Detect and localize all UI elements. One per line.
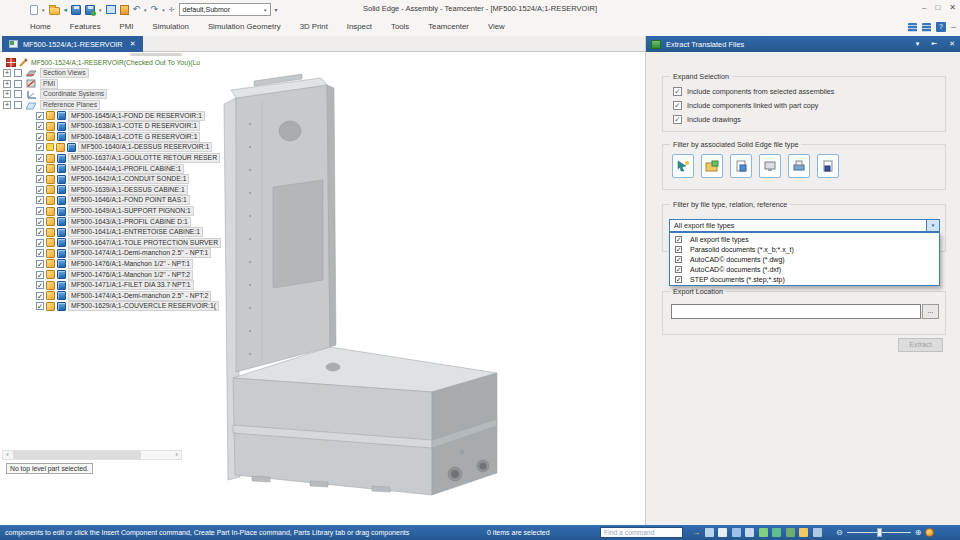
tree-part-row[interactable]: MF500-1637/A;1-GOULOTTE RETOUR RESER xyxy=(0,153,236,164)
close-button[interactable]: ✕ xyxy=(949,0,956,15)
parts-library-icon[interactable] xyxy=(799,528,808,537)
filetype-assembly-button[interactable] xyxy=(701,154,723,178)
filetype-part-button[interactable] xyxy=(730,154,752,178)
part-visibility-checkbox[interactable] xyxy=(36,196,44,204)
tree-part-label[interactable]: MF500-1647/A;1-TOLE PROTECTION SURVER xyxy=(68,238,221,248)
tree-part-label[interactable]: MF500-1629/A;1-COUVERCLE RESERVOIR:1( xyxy=(68,301,219,311)
minimize-button[interactable]: – xyxy=(922,0,926,15)
tree-part-row[interactable]: MF500-1476/A;1-Manchon 1/2" - NPT:2 xyxy=(0,269,236,280)
tree-part-label[interactable]: MF500-1648/A;1-COTE G RESERVOIR:1 xyxy=(68,132,200,142)
tree-group-section-views[interactable]: Section Views xyxy=(0,68,236,79)
combobox-dropdown-icon[interactable]: ▼ xyxy=(926,220,939,231)
screen-view-icon[interactable] xyxy=(705,528,714,537)
tree-part-row[interactable]: MF500-1476/A;1-Manchon 1/2" - NPT:1 xyxy=(0,259,236,270)
tree-part-label[interactable]: MF500-1640/A;1-DESSUS RESERVOIR:1 xyxy=(78,142,212,152)
dialog-close-icon[interactable]: ✕ xyxy=(949,40,955,48)
filetype-weldment-button[interactable] xyxy=(788,154,810,178)
part-visibility-checkbox[interactable] xyxy=(36,175,44,183)
tree-part-label[interactable]: MF500-1637/A;1-GOULOTTE RETOUR RESER xyxy=(68,153,220,163)
option-checkbox[interactable] xyxy=(675,266,682,273)
filetype-select-all-button[interactable] xyxy=(672,154,694,178)
tree-part-row[interactable]: MF500-1640/A;1-DESSUS RESERVOIR:1 xyxy=(0,142,236,153)
view-styles-icon[interactable] xyxy=(786,528,795,537)
part-visibility-checkbox[interactable] xyxy=(36,122,44,130)
checkbox[interactable] xyxy=(673,87,682,96)
pathfinder-horizontal-scrollbar[interactable]: ‹ › xyxy=(2,450,182,460)
zoom-out-icon[interactable]: ⊖ xyxy=(836,528,843,538)
zoom-fit-icon[interactable] xyxy=(925,528,934,537)
tree-part-label[interactable]: MF500-1643/A;1-PROFIL CABINE D:1 xyxy=(68,217,191,227)
tree-part-label[interactable]: MF500-1649/A;1-SUPPORT PIGNON:1 xyxy=(68,206,194,216)
dropdown-option[interactable]: Parasolid documents (*.x_b;*.x_t) xyxy=(670,244,939,254)
part-visibility-checkbox[interactable] xyxy=(36,271,44,279)
option-checkbox[interactable] xyxy=(675,236,682,243)
command-arrow-icon[interactable]: → xyxy=(692,528,700,537)
expand-icon[interactable] xyxy=(3,90,11,98)
ribbon-tab[interactable]: Simulation Geometry xyxy=(208,18,281,36)
browse-button[interactable]: ... xyxy=(922,304,939,319)
tree-part-label[interactable]: MF500-1638/A;1-COTE D RESERVOIR:1 xyxy=(68,121,200,131)
part-visibility-checkbox[interactable] xyxy=(36,239,44,247)
export-filetype-combobox[interactable]: All export file types ▼ xyxy=(669,219,940,232)
ribbon-tab[interactable]: Inspect xyxy=(347,18,372,36)
tree-part-label[interactable]: MF500-1474/A;1-Demi-manchon 2.5" - NPT:1 xyxy=(68,248,211,258)
tree-part-row[interactable]: MF500-1646/A;1-FOND POINT BAS:1 xyxy=(0,195,236,206)
maximize-button[interactable]: □ xyxy=(935,0,940,15)
option-include-drawings[interactable]: Include drawings xyxy=(673,115,741,124)
part-visibility-checkbox[interactable] xyxy=(36,186,44,194)
tree-part-label[interactable]: MF500-1644/A;1-PROFIL CABINE:1 xyxy=(68,164,184,174)
scrollbar-thumb[interactable] xyxy=(13,451,141,459)
document-tab[interactable]: MF500-1524/A;1-RESERVOIR ✕ xyxy=(2,36,143,52)
zoom-in-icon[interactable]: ⊕ xyxy=(915,528,922,538)
tree-part-row[interactable]: MF500-1474/A;1-Demi-manchon 2.5" - NPT:2 xyxy=(0,290,236,301)
expand-icon[interactable] xyxy=(3,101,11,109)
extract-button[interactable]: Extract xyxy=(898,338,943,352)
part-visibility-checkbox[interactable] xyxy=(36,249,44,257)
minimize-ribbon-icon[interactable]: – xyxy=(951,23,956,32)
export-location-input[interactable] xyxy=(671,304,921,319)
option-label[interactable]: STEP documents (*.step;*.stp) xyxy=(690,276,785,283)
tree-part-row[interactable]: MF500-1471/A;1-FILET DIA 33.7 NPT:1 xyxy=(0,280,236,291)
tree-part-row[interactable]: MF500-1642/A;1-CONDUIT SONDE:1 xyxy=(0,174,236,185)
tree-part-row[interactable]: MF500-1644/A;1-PROFIL CABINE:1 xyxy=(0,163,236,174)
tree-part-row[interactable]: MF500-1639/A;1-DESSUS CABINE:1 xyxy=(0,185,236,196)
part-visibility-checkbox[interactable] xyxy=(36,165,44,173)
tree-part-row[interactable]: MF500-1647/A;1-TOLE PROTECTION SURVER xyxy=(0,238,236,249)
part-visibility-checkbox[interactable] xyxy=(36,112,44,120)
tree-part-row[interactable]: MF500-1645/A;1-FOND DE RESERVOIR:1 xyxy=(0,110,236,121)
tree-part-label[interactable]: MF500-1471/A;1-FILET DIA 33.7 NPT:1 xyxy=(68,280,194,290)
scroll-right-icon[interactable]: › xyxy=(172,451,181,459)
option-include-part-copy[interactable]: Include components linked with part copy xyxy=(673,101,818,110)
display-options-icon[interactable] xyxy=(908,23,917,32)
tree-part-label[interactable]: MF500-1641/A;1-ENTRETOISE CABINE:1 xyxy=(68,227,203,237)
part-visibility-checkbox[interactable] xyxy=(36,154,44,162)
tree-group-reference-planes[interactable]: Reference Planes xyxy=(0,100,236,111)
option-checkbox[interactable] xyxy=(675,246,682,253)
option-checkbox[interactable] xyxy=(675,276,682,283)
filetype-draft-button[interactable] xyxy=(817,154,839,178)
tree-part-label[interactable]: MF500-1476/A;1-Manchon 1/2" - NPT:1 xyxy=(68,259,193,269)
document-tab-close-icon[interactable]: ✕ xyxy=(130,40,136,48)
tree-part-label[interactable]: MF500-1642/A;1-CONDUIT SONDE:1 xyxy=(68,174,189,184)
tree-group-coordinate-systems[interactable]: Coordinate Systems xyxy=(0,89,236,100)
ribbon-tab[interactable]: Tools xyxy=(391,18,409,36)
dialog-pin-icon[interactable]: ⇤ xyxy=(931,40,937,48)
part-visibility-checkbox[interactable] xyxy=(36,133,44,141)
checkbox[interactable] xyxy=(673,101,682,110)
dropdown-option[interactable]: AutoCAD© documents (*.dxf) xyxy=(670,264,939,274)
tree-group-label[interactable]: Section Views xyxy=(40,68,89,78)
tree-part-row[interactable]: MF500-1629/A;1-COUVERCLE RESERVOIR:1( xyxy=(0,301,236,312)
ribbon-tab[interactable]: Home xyxy=(30,18,51,36)
common-views-icon[interactable] xyxy=(772,528,781,537)
tree-group-label[interactable]: PMI xyxy=(40,79,58,89)
tree-part-row[interactable]: MF500-1638/A;1-COTE D RESERVOIR:1 xyxy=(0,121,236,132)
dropdown-option[interactable]: STEP documents (*.step;*.stp) xyxy=(670,274,939,284)
pan-icon[interactable] xyxy=(745,528,754,537)
zoom-area-icon[interactable] xyxy=(718,528,727,537)
filetype-sheetmetal-button[interactable] xyxy=(759,154,781,178)
part-visibility-checkbox[interactable] xyxy=(36,207,44,215)
option-label[interactable]: All export file types xyxy=(690,236,749,243)
zoom-slider[interactable] xyxy=(847,532,911,533)
tree-group-pmi[interactable]: PMI xyxy=(0,79,236,90)
part-visibility-checkbox[interactable] xyxy=(36,228,44,236)
